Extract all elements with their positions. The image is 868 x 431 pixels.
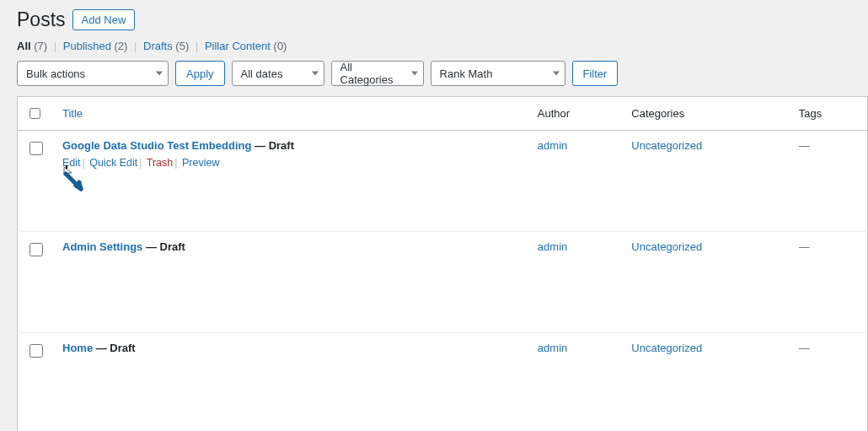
categories-select[interactable]: All Categories [331,61,424,86]
table-row: Home — Draft admin Uncategorized — [18,333,868,432]
chevron-down-icon [312,72,319,76]
action-quick-edit[interactable]: Quick Edit [89,157,137,169]
category-link[interactable]: Uncategorized [631,342,702,354]
chevron-down-icon [156,72,163,76]
dates-select[interactable]: All dates [232,61,324,86]
action-trash[interactable]: Trash [147,157,174,169]
status-filters: All (7) | Published (2) | Drafts (5) | P… [17,40,868,52]
table-row: Admin Settings — Draft admin Uncategoriz… [18,232,868,333]
col-title[interactable]: Title [54,97,529,131]
apply-button[interactable]: Apply [175,61,225,86]
category-link[interactable]: Uncategorized [631,240,702,253]
posts-table: Title Author Categories Tags Google Data… [17,96,868,431]
action-preview[interactable]: Preview [182,157,219,169]
author-link[interactable]: admin [538,240,567,253]
post-state: — Draft [146,240,185,253]
add-new-button[interactable]: Add New [72,9,136,30]
tags-cell: — [799,240,810,253]
col-author[interactable]: Author [529,97,623,131]
filter-drafts[interactable]: Drafts (5) [143,40,189,52]
author-link[interactable]: admin [538,139,567,152]
post-state: — Draft [255,139,294,152]
post-title-link[interactable]: Google Data Studio Test Embedding [62,139,251,152]
page-title: Posts [17,8,66,31]
select-all-checkbox[interactable] [29,108,40,119]
filter-button[interactable]: Filter [572,61,619,86]
row-checkbox[interactable] [29,142,43,155]
chevron-down-icon [553,72,560,76]
col-categories[interactable]: Categories [623,97,790,131]
post-title-link[interactable]: Admin Settings [62,240,142,253]
col-tags[interactable]: Tags [790,97,868,131]
row-actions: Edit| Quick Edit| Trash| Preview [62,157,521,169]
action-edit[interactable]: Edit [62,157,81,169]
tags-cell: — [799,342,810,354]
post-state: — Draft [96,342,136,354]
table-row: Google Data Studio Test Embedding — Draf… [18,131,868,232]
bulk-actions-select[interactable]: Bulk actions [17,61,169,86]
author-link[interactable]: admin [538,342,567,354]
category-link[interactable]: Uncategorized [631,139,702,152]
filter-pillar[interactable]: Pillar Content (0) [205,40,287,52]
filter-published[interactable]: Published (2) [63,40,128,52]
filter-all[interactable]: All (7) [17,40,47,52]
rankmath-select[interactable]: Rank Math [431,61,565,86]
row-checkbox[interactable] [29,344,43,358]
chevron-down-icon [411,72,418,76]
row-checkbox[interactable] [29,243,43,256]
tags-cell: — [799,139,810,152]
post-title-link[interactable]: Home [62,342,93,354]
